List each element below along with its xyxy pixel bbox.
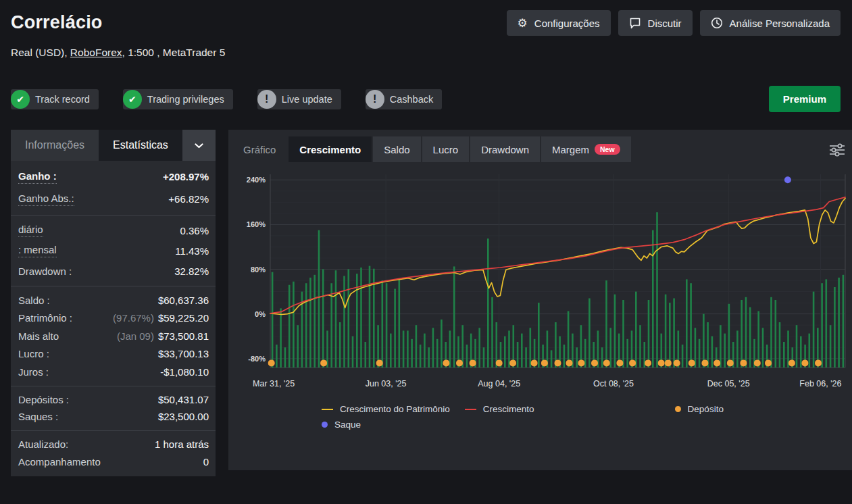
verification-badges: ✔ Track record ✔ Trading privileges ! Li…	[11, 86, 841, 112]
tab-margem[interactable]: Margem New	[541, 136, 631, 162]
stat-label: Juros :	[18, 366, 49, 378]
stat-row-deposits: Depósitos : $50,431.07	[11, 391, 216, 409]
badge-trading-privileges-label: Trading privileges	[147, 94, 224, 105]
gear-icon: ⚙	[518, 18, 528, 29]
stat-row-gain: Ganho : +208.97%	[11, 166, 216, 188]
chart-tabs: Gráfico Crescimento Saldo Lucro Drawdown…	[238, 136, 852, 162]
tab-crescimento[interactable]: Crescimento	[289, 136, 372, 162]
red-line-swatch	[465, 409, 476, 410]
premium-button[interactable]: Premium	[769, 86, 841, 112]
clock-icon	[711, 17, 723, 29]
stat-row-drawdown: Drawdown : 32.82%	[11, 261, 216, 281]
badge-live-update-label: Live update	[282, 94, 332, 105]
badge-cashback[interactable]: ! Cashback	[366, 89, 442, 109]
account-type-currency: Real (USD),	[11, 47, 70, 58]
legend-label: Crescimento do Patrimônio	[340, 404, 450, 414]
stat-label: Patrimônio :	[18, 312, 72, 324]
legend-item-deposit[interactable]: Depósito	[675, 404, 724, 414]
main-content: Informações Estatísticas Ganho : +208.97…	[11, 130, 841, 476]
badge-trading-privileges[interactable]: ✔ Trading privileges	[123, 89, 233, 109]
stat-label[interactable]: Ganho Abs.:	[18, 193, 74, 206]
stat-label: Lucro :	[18, 348, 49, 359]
tab-informacoes[interactable]: Informações	[11, 130, 99, 161]
svg-text:Oct 08, '25: Oct 08, '25	[593, 379, 634, 388]
stat-value: $60,637.36	[158, 295, 209, 306]
stat-value: $23,500.00	[158, 411, 209, 422]
exclamation-circle-icon: !	[366, 90, 384, 109]
legend-row-1: Crescimento do Patrimônio Crescimento De…	[322, 401, 852, 417]
badge-live-update[interactable]: ! Live update	[257, 89, 341, 109]
stat-value: $33,700.13	[158, 348, 209, 359]
badge-track-record-label: Track record	[35, 94, 90, 105]
sidebar-tabs: Informações Estatísticas	[11, 130, 216, 161]
chart-legend: Crescimento do Patrimônio Crescimento De…	[238, 401, 852, 432]
stat-row-updated: Atualizado: 1 hora atrás	[11, 436, 216, 453]
stat-label[interactable]: diário	[18, 224, 43, 237]
chart-panel: Gráfico Crescimento Saldo Lucro Drawdown…	[228, 130, 852, 470]
stat-value: $59,225.20	[158, 312, 209, 324]
tab-grafico[interactable]: Gráfico	[238, 136, 287, 162]
stats-sidebar: Informações Estatísticas Ganho : +208.97…	[11, 130, 216, 476]
blue-dot-swatch	[322, 422, 328, 428]
svg-text:0%: 0%	[255, 310, 266, 318]
stat-label: Acompanhamento	[18, 456, 101, 468]
tab-lucro[interactable]: Lucro	[422, 136, 470, 162]
legend-item-withdrawal[interactable]: Saque	[322, 420, 361, 430]
settings-button[interactable]: ⚙ Configurações	[507, 10, 611, 36]
stat-value: 0.36%	[180, 225, 209, 236]
svg-text:160%: 160%	[247, 220, 266, 228]
sidebar-collapse-button[interactable]	[182, 130, 216, 161]
stat-value: 11.43%	[175, 245, 209, 257]
stat-label[interactable]: : mensal	[18, 244, 57, 257]
legend-item-growth[interactable]: Crescimento	[465, 404, 534, 414]
stat-label: Drawdown :	[18, 266, 72, 277]
orange-dot-swatch	[675, 406, 681, 412]
stat-label: Mais alto	[18, 330, 59, 342]
legend-label: Crescimento	[483, 404, 534, 414]
svg-text:Mar 31, '25: Mar 31, '25	[253, 379, 295, 388]
stat-value: 32.82%	[174, 266, 209, 277]
svg-text:240%: 240%	[247, 176, 266, 184]
stat-row-daily: diário 0.36%	[11, 220, 216, 241]
stats-list: Ganho : +208.97% Ganho Abs.: +66.82% diá…	[11, 161, 216, 476]
legend-label: Saque	[334, 420, 361, 430]
badge-track-record[interactable]: ✔ Track record	[11, 89, 99, 109]
svg-text:Feb 06, '26: Feb 06, '26	[799, 379, 841, 388]
stat-label: Saques :	[18, 411, 58, 422]
stat-value: +66.82%	[168, 193, 209, 205]
stat-label[interactable]: Ganho :	[18, 170, 57, 184]
settings-button-label: Configurações	[534, 18, 600, 29]
tab-drawdown[interactable]: Drawdown	[470, 136, 540, 162]
exclamation-circle-icon: !	[257, 90, 276, 109]
custom-analysis-button[interactable]: Análise Personalizada	[700, 10, 841, 36]
stat-row-equity: Patrimônio : (97.67%) $59,225.20	[11, 309, 216, 328]
legend-item-equity-growth[interactable]: Crescimento do Patrimônio	[322, 404, 450, 414]
stats-group-meta: Atualizado: 1 hora atrás Acompanhamento …	[11, 430, 216, 476]
stat-label: Depósitos :	[18, 394, 69, 405]
broker-link[interactable]: RoboForex	[70, 47, 122, 58]
chart-options-button[interactable]	[826, 141, 848, 161]
yellow-line-swatch	[322, 409, 333, 410]
stats-group-periodic: diário 0.36% : mensal 11.43% Drawdown : …	[11, 215, 216, 286]
sliders-icon	[828, 149, 847, 159]
stat-value: $50,431.07	[158, 394, 209, 405]
stat-label: Atualizado:	[18, 438, 68, 450]
stat-label: Saldo :	[18, 295, 50, 306]
discuss-button[interactable]: Discutir	[618, 10, 693, 36]
svg-text:Jun 03, '25: Jun 03, '25	[366, 379, 407, 388]
stats-group-balances: Saldo : $60,637.36 Patrimônio : (97.67%)…	[11, 286, 216, 386]
chevron-down-icon	[195, 139, 203, 151]
svg-text:-80%: -80%	[248, 355, 266, 363]
discuss-button-label: Discutir	[648, 18, 682, 29]
growth-chart[interactable]: -80%0%80%160%240%Mar 31, '25Jun 03, '25A…	[238, 168, 852, 396]
leverage-platform: , 1:500 , MetaTrader 5	[122, 47, 226, 58]
legend-row-2: Saque	[322, 417, 852, 432]
stat-row-tracking: Acompanhamento 0	[11, 453, 216, 471]
tab-estatisticas[interactable]: Estatísticas	[99, 130, 182, 161]
badge-cashback-label: Cashback	[390, 94, 433, 105]
chat-icon	[629, 18, 641, 29]
tab-saldo[interactable]: Saldo	[373, 136, 420, 162]
svg-text:Aug 04, '25: Aug 04, '25	[478, 379, 520, 388]
header-actions: ⚙ Configurações Discutir Análise Persona…	[507, 10, 841, 36]
custom-analysis-button-label: Análise Personalizada	[730, 18, 830, 29]
